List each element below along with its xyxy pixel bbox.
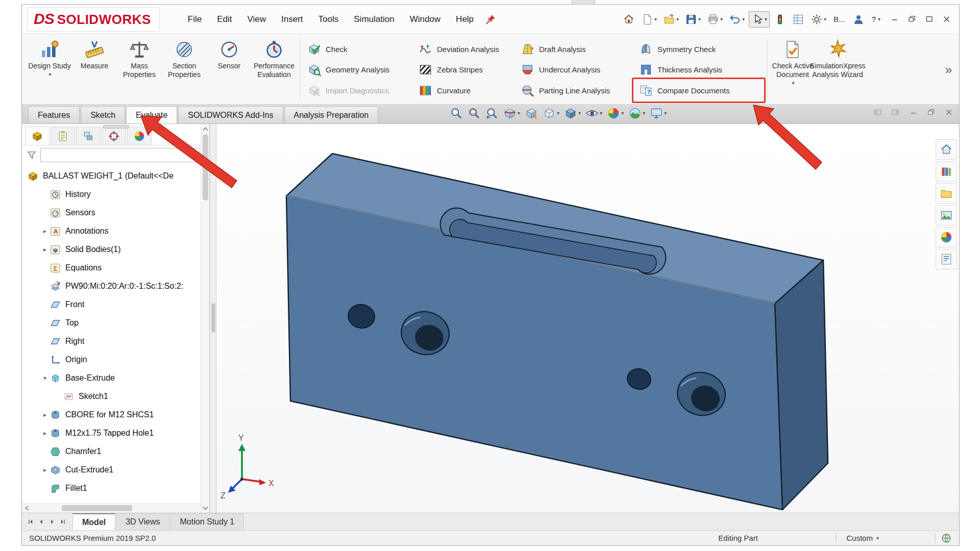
ribbon-button-deviation-analysis[interactable]: Deviation Analysis: [414, 39, 517, 59]
tree-filter-input[interactable]: [40, 148, 204, 162]
ribbon-button-symmetry-check[interactable]: Symmetry Check: [635, 39, 764, 59]
tab-analysis-preparation[interactable]: Analysis Preparation: [284, 106, 379, 123]
menu-help[interactable]: Help: [448, 10, 481, 29]
tree-item-cbore-for-m12-shcs1[interactable]: ▸CBORE for M12 SHCS1: [22, 406, 200, 424]
document-tab-motion-study-1[interactable]: Motion Study 1: [170, 513, 244, 530]
tree-item-pw90-mi-0-20-ar-0-1-sc-1-so-2[interactable]: PW90:Mi:0:20:Ar:0:-1:Sc:1:So:2:: [22, 277, 200, 295]
close-doc-button[interactable]: [944, 108, 954, 117]
ribbon-button-thickness-analysis[interactable]: Thickness Analysis: [635, 60, 764, 80]
document-tab-model[interactable]: Model: [72, 513, 115, 530]
tree-item-cut-extrude1[interactable]: ▸Cut-Extrude1: [22, 461, 200, 479]
restore-button[interactable]: [907, 15, 917, 24]
custom-properties-button[interactable]: [936, 249, 957, 269]
ribbon-button-compare-documents[interactable]: ?Compare Documents: [635, 80, 764, 101]
tree-item-annotations[interactable]: ▸AAnnotations: [22, 222, 200, 240]
nav-prev-button[interactable]: [37, 518, 46, 526]
horizontal-scroll-thumb[interactable]: [62, 505, 132, 511]
menu-simulation[interactable]: Simulation: [346, 10, 402, 29]
menu-tools[interactable]: Tools: [311, 10, 347, 29]
tree-item-top[interactable]: Top: [22, 314, 200, 332]
nav-last-button[interactable]: [58, 518, 67, 526]
file-properties-button[interactable]: [790, 12, 806, 27]
3d-drawing-view-button[interactable]: [525, 107, 538, 120]
ribbon-button-check[interactable]: Check: [303, 39, 414, 59]
splitter-grip[interactable]: [211, 303, 215, 333]
panel-splitter[interactable]: [210, 124, 216, 513]
tree-item-m12x1-75-tapped-hole1[interactable]: ▸M12x1.75 Tapped Hole1: [22, 424, 200, 442]
menu-insert[interactable]: Insert: [274, 10, 311, 29]
scroll-up-icon[interactable]: [201, 124, 209, 133]
panel-tab-configuration-manager[interactable]: [76, 127, 101, 145]
minimize-doc-button[interactable]: [909, 108, 918, 117]
tree-item-fillet1[interactable]: Fillet1: [22, 479, 200, 497]
ribbon-button-check-active-document[interactable]: Check Active Document▾: [770, 37, 815, 103]
apply-scene-button[interactable]: ▾: [628, 107, 645, 120]
tree-item-history[interactable]: History: [22, 185, 200, 204]
expander-icon[interactable]: ▸: [40, 228, 50, 235]
ribbon-overflow-chevron[interactable]: »: [942, 63, 955, 77]
solidworks-resources-button[interactable]: [936, 139, 957, 160]
expander-icon[interactable]: ▸: [40, 466, 50, 473]
help-button[interactable]: ?▾: [869, 13, 883, 25]
menu-edit[interactable]: Edit: [209, 10, 239, 29]
undo-button[interactable]: ▾: [727, 12, 747, 27]
tree-item-front[interactable]: Front: [22, 295, 200, 314]
tree-item-origin[interactable]: Origin: [22, 350, 200, 369]
save-button[interactable]: ▾: [683, 12, 703, 27]
view-palette-button[interactable]: [936, 205, 957, 226]
tree-horizontal-scrollbar[interactable]: [22, 503, 209, 513]
tab-sketch[interactable]: Sketch: [81, 106, 125, 123]
menu-file[interactable]: File: [180, 10, 209, 29]
previous-view-button[interactable]: [485, 107, 499, 120]
ribbon-button-measure[interactable]: Measure: [72, 37, 117, 103]
expander-icon[interactable]: ▸: [40, 430, 50, 437]
scroll-down-icon[interactable]: [201, 504, 209, 513]
tile-left-button[interactable]: [873, 108, 883, 117]
section-view-button[interactable]: ▾: [503, 107, 520, 120]
ui-collapse-notch[interactable]: [572, 0, 595, 5]
appearances-button[interactable]: [772, 12, 788, 27]
document-tab-3d-views[interactable]: 3D Views: [116, 513, 169, 530]
close-button[interactable]: [942, 15, 952, 24]
ribbon-button-performance-evaluation[interactable]: Performance Evaluation: [252, 37, 297, 103]
expander-icon[interactable]: ▾: [40, 374, 50, 382]
panel-tab-property-manager[interactable]: [51, 127, 75, 145]
ribbon-button-design-study[interactable]: Design Study▾: [27, 37, 72, 103]
tree-vertical-scrollbar[interactable]: [201, 124, 209, 513]
tab-features[interactable]: Features: [28, 106, 80, 123]
design-library-button[interactable]: [936, 161, 957, 182]
minimize-button[interactable]: [890, 15, 900, 24]
ribbon-button-section-properties[interactable]: Section Properties: [162, 37, 207, 103]
menu-view[interactable]: View: [240, 10, 274, 29]
tree-item-ballast-weight-1-default-de[interactable]: BALLAST WEIGHT_1 (Default<<De: [22, 167, 200, 185]
ribbon-button-curvature[interactable]: Curvature: [414, 80, 517, 101]
graphics-viewport[interactable]: [216, 124, 959, 513]
ribbon-button-geometry-analysis[interactable]: Geometry Analysis: [303, 60, 414, 80]
tree-item-right[interactable]: Right: [22, 332, 200, 350]
ribbon-button-parting-line-analysis[interactable]: Parting Line Analysis: [517, 80, 635, 101]
panel-resize-grip[interactable]: [103, 125, 129, 129]
panel-tab-display-manager[interactable]: [127, 127, 152, 145]
scroll-left-icon[interactable]: [22, 504, 32, 513]
tree-item-sketch1[interactable]: Sketch1: [22, 387, 200, 406]
tree-item-sensors[interactable]: Sensors: [22, 204, 200, 222]
ribbon-button-draft-analysis[interactable]: Draft Analysis: [517, 39, 635, 59]
view-orientation-button[interactable]: ▾: [543, 107, 559, 120]
options-button[interactable]: ▾: [808, 12, 828, 27]
open-button[interactable]: ▾: [661, 12, 681, 27]
view-settings-button[interactable]: ▾: [650, 107, 667, 120]
nav-next-button[interactable]: [47, 518, 57, 526]
tree-item-chamfer1[interactable]: Chamfer1: [22, 442, 200, 461]
zoom-to-fit-button[interactable]: [450, 107, 463, 120]
appearances-scenes-button[interactable]: [936, 227, 957, 247]
user-label-button[interactable]: B...: [830, 13, 848, 25]
tree-item-base-extrude[interactable]: ▾Base-Extrude: [22, 369, 200, 387]
maximize-button[interactable]: [924, 15, 935, 24]
zoom-to-area-button[interactable]: [468, 107, 481, 120]
tab-evaluate[interactable]: Evaluate: [126, 106, 177, 123]
units-dropdown[interactable]: Custom ▾: [841, 534, 884, 542]
tree-item-solid-bodies-1[interactable]: ▸Solid Bodies(1): [22, 240, 200, 259]
tile-right-button[interactable]: [891, 108, 900, 117]
expander-icon[interactable]: ▸: [40, 411, 50, 418]
pin-icon[interactable]: [484, 13, 497, 26]
